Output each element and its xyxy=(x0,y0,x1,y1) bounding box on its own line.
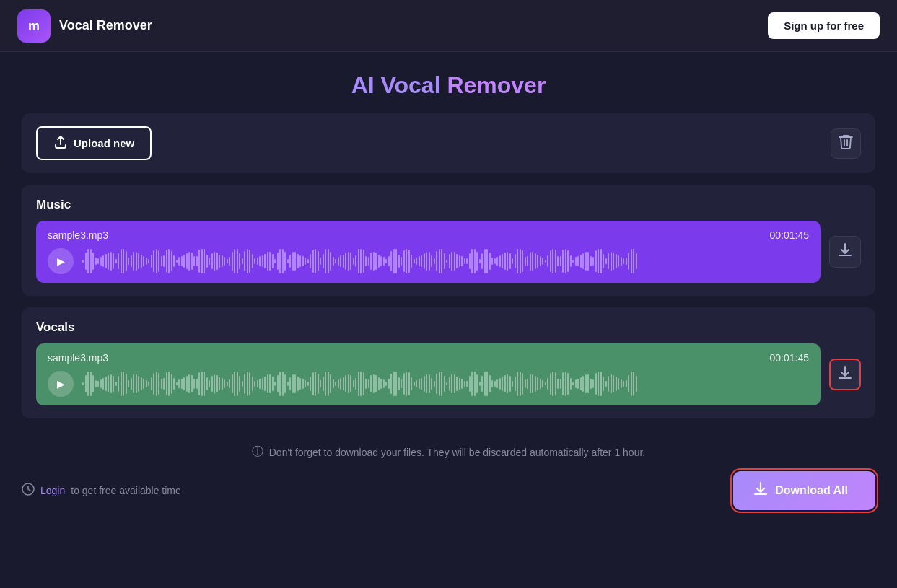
waveform-bar xyxy=(191,253,193,271)
waveform-bar xyxy=(441,372,442,396)
waveform-bar xyxy=(123,372,124,396)
waveform-bar xyxy=(411,377,412,391)
waveform-bar xyxy=(358,249,359,273)
signup-button[interactable]: Sign up for free xyxy=(768,12,880,39)
waveform-bar xyxy=(121,249,122,273)
waveform-bar xyxy=(105,377,107,391)
waveform-bar xyxy=(92,253,94,269)
waveform-bar xyxy=(608,253,609,269)
waveform-bar xyxy=(193,379,195,388)
waveform-bar xyxy=(307,382,309,387)
login-link[interactable]: Login xyxy=(40,485,65,496)
waveform-bar xyxy=(408,372,410,395)
download-icon xyxy=(838,242,852,262)
waveform-bar xyxy=(512,381,513,386)
waveform-bar xyxy=(176,260,178,263)
waveform-bar xyxy=(249,250,250,273)
waveform-bar xyxy=(419,379,420,389)
main-content: Upload new Music sample3.mp3 00:01:45 ▶ xyxy=(0,113,897,444)
waveform-bar xyxy=(623,258,624,263)
waveform-bar xyxy=(603,377,604,391)
waveform-bar xyxy=(509,376,511,392)
waveform-bar xyxy=(429,252,430,271)
waveform-bar xyxy=(605,381,607,387)
waveform-bar xyxy=(411,255,412,268)
waveform-bar xyxy=(333,257,334,266)
waveform-bar xyxy=(585,374,587,394)
waveform-bar xyxy=(628,253,629,270)
vocals-controls: ▶ xyxy=(48,371,809,397)
waveform-bar xyxy=(110,252,112,271)
waveform-bar xyxy=(216,375,218,392)
waveform-bar xyxy=(131,255,132,267)
waveform-bar xyxy=(555,372,556,395)
waveform-bar xyxy=(166,372,167,395)
waveform-bar xyxy=(198,250,200,272)
vocals-download-button[interactable] xyxy=(829,359,861,390)
waveform-bar xyxy=(211,376,213,392)
waveform-bar xyxy=(512,258,513,263)
download-all-icon xyxy=(753,481,768,500)
waveform-bar xyxy=(592,257,594,266)
waveform-bar xyxy=(621,257,622,266)
waveform-bar xyxy=(585,252,587,271)
waveform-bar xyxy=(323,377,324,391)
waveform-bar xyxy=(138,376,139,392)
waveform-bar xyxy=(496,257,498,266)
waveform-bar xyxy=(515,254,516,268)
waveform-bar xyxy=(163,378,165,390)
music-download-button[interactable] xyxy=(829,236,861,268)
music-track-row: sample3.mp3 00:01:45 ▶ xyxy=(36,221,861,283)
waveform-bar xyxy=(491,258,493,266)
vocals-label: Vocals xyxy=(36,320,861,335)
waveform-bar xyxy=(426,252,427,271)
waveform-bar xyxy=(330,374,331,393)
waveform-bar xyxy=(294,252,296,271)
waveform-bar xyxy=(491,380,493,388)
waveform-bar xyxy=(613,253,614,270)
waveform-bar xyxy=(527,379,528,390)
vocals-play-button[interactable]: ▶ xyxy=(48,371,74,397)
waveform-bar xyxy=(128,258,129,265)
waveform-bar xyxy=(90,372,92,396)
play-icon: ▶ xyxy=(57,378,65,390)
waveform-bar xyxy=(249,372,250,396)
waveform-bar xyxy=(552,249,553,273)
music-play-button[interactable]: ▶ xyxy=(48,248,74,274)
waveform-bar xyxy=(340,255,341,266)
waveform-bar xyxy=(178,379,180,387)
waveform-bar xyxy=(128,380,129,387)
waveform-bar xyxy=(178,257,180,265)
waveform-bar xyxy=(348,374,349,394)
waveform-bar xyxy=(616,377,617,390)
waveform-bar xyxy=(363,250,364,273)
waveform-bar xyxy=(173,255,175,266)
waveform-bar xyxy=(461,379,463,388)
waveform-bar xyxy=(416,258,417,265)
waveform-bar xyxy=(378,255,380,268)
waveform-bar xyxy=(299,378,301,390)
waveform-bar xyxy=(434,258,435,264)
waveform-bar xyxy=(108,253,109,271)
waveform-bar xyxy=(525,379,526,388)
waveform-bar xyxy=(102,378,104,390)
upload-button[interactable]: Upload new xyxy=(36,126,152,160)
waveform-bar xyxy=(575,379,577,387)
waveform-bar xyxy=(471,372,473,396)
bottom-row: Login to get free available time Downloa… xyxy=(22,471,875,510)
delete-button[interactable] xyxy=(831,128,861,159)
waveform-bar xyxy=(310,377,311,391)
waveform-bar xyxy=(388,379,390,389)
waveform-bar xyxy=(328,372,329,396)
waveform-bar xyxy=(113,376,114,391)
download-all-button[interactable]: Download All xyxy=(733,471,875,510)
waveform-bar xyxy=(565,372,566,396)
waveform-bar xyxy=(507,252,508,271)
waveform-bar xyxy=(469,376,471,392)
waveform-bar xyxy=(444,376,445,392)
title-ai: AI xyxy=(351,72,381,98)
waveform-bar xyxy=(520,249,521,273)
waveform-bar xyxy=(431,255,432,268)
waveform-bar xyxy=(345,253,346,270)
waveform-bar xyxy=(466,258,468,265)
